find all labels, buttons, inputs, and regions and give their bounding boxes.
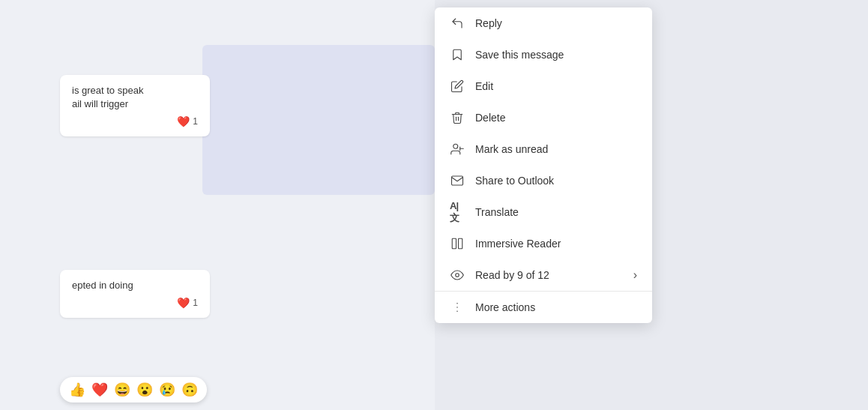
reply-label: Reply	[475, 17, 637, 29]
more-actions-label: More actions	[475, 301, 637, 313]
menu-item-save[interactable]: Save this message	[435, 39, 652, 70]
menu-item-translate[interactable]: A|文 Translate	[435, 196, 652, 228]
bubble-2-text: epted in doing	[72, 279, 198, 292]
translate-label: Translate	[475, 206, 637, 218]
immersive-reader-label: Immersive Reader	[475, 238, 637, 250]
chat-bubble-2: epted in doing ❤️ 1	[60, 270, 210, 318]
edit-icon	[450, 79, 465, 94]
heart-icon-2: ❤️	[177, 297, 190, 309]
context-menu: Reply Save this message Edit	[435, 7, 652, 323]
svg-point-7	[456, 303, 458, 304]
emoji-heart[interactable]: ❤️	[91, 382, 108, 398]
more-actions-icon	[450, 300, 465, 315]
read-by-icon	[450, 268, 465, 283]
emoji-bar: 👍 ❤️ 😄 😮 😢 🙃	[60, 377, 207, 403]
svg-point-9	[456, 311, 458, 313]
chat-area: is great to speak ail will trigger ❤️ 1 …	[0, 0, 435, 410]
chevron-right-icon: ›	[633, 268, 637, 282]
menu-item-edit[interactable]: Edit	[435, 70, 652, 102]
translate-icon: A|文	[450, 205, 465, 220]
menu-item-immersive-reader[interactable]: Immersive Reader	[435, 228, 652, 259]
menu-item-delete[interactable]: Delete	[435, 102, 652, 133]
svg-rect-4	[459, 238, 462, 249]
bubble-1-text: is great to speak ail will trigger	[72, 84, 198, 111]
delete-label: Delete	[475, 112, 637, 124]
svg-point-8	[456, 307, 458, 308]
reaction-count-1: 1	[193, 116, 198, 127]
menu-item-read-by[interactable]: Read by 9 of 12 ›	[435, 259, 652, 291]
emoji-surprised[interactable]: 😮	[136, 382, 153, 398]
svg-point-0	[453, 144, 458, 148]
read-by-label: Read by 9 of 12	[475, 269, 623, 281]
bookmark-icon	[450, 47, 465, 62]
delete-icon	[450, 110, 465, 125]
share-outlook-label: Share to Outlook	[475, 175, 637, 187]
menu-item-more-actions[interactable]: More actions	[435, 291, 652, 323]
message-highlight	[202, 45, 435, 195]
svg-point-5	[456, 274, 459, 277]
menu-item-reply[interactable]: Reply	[435, 7, 652, 39]
emoji-thumbsup[interactable]: 👍	[69, 382, 85, 398]
reaction-count-2: 1	[193, 298, 198, 308]
immersive-reader-icon	[450, 236, 465, 251]
chat-bubble-1: is great to speak ail will trigger ❤️ 1	[60, 75, 210, 136]
emoji-upside-down[interactable]: 🙃	[181, 382, 198, 398]
menu-item-share-outlook[interactable]: Share to Outlook	[435, 165, 652, 196]
menu-item-mark-unread[interactable]: Mark as unread	[435, 133, 652, 165]
bubble-2-reaction: ❤️ 1	[72, 297, 198, 309]
heart-icon-1: ❤️	[177, 115, 190, 127]
svg-rect-3	[452, 238, 456, 249]
outlook-icon	[450, 173, 465, 188]
edit-label: Edit	[475, 80, 637, 92]
bubble-1-reaction: ❤️ 1	[72, 115, 198, 127]
save-label: Save this message	[475, 49, 637, 61]
reply-icon	[450, 16, 465, 31]
emoji-sad[interactable]: 😢	[159, 382, 175, 398]
mark-unread-icon	[450, 142, 465, 157]
mark-unread-label: Mark as unread	[475, 143, 637, 155]
emoji-laugh[interactable]: 😄	[114, 382, 130, 398]
